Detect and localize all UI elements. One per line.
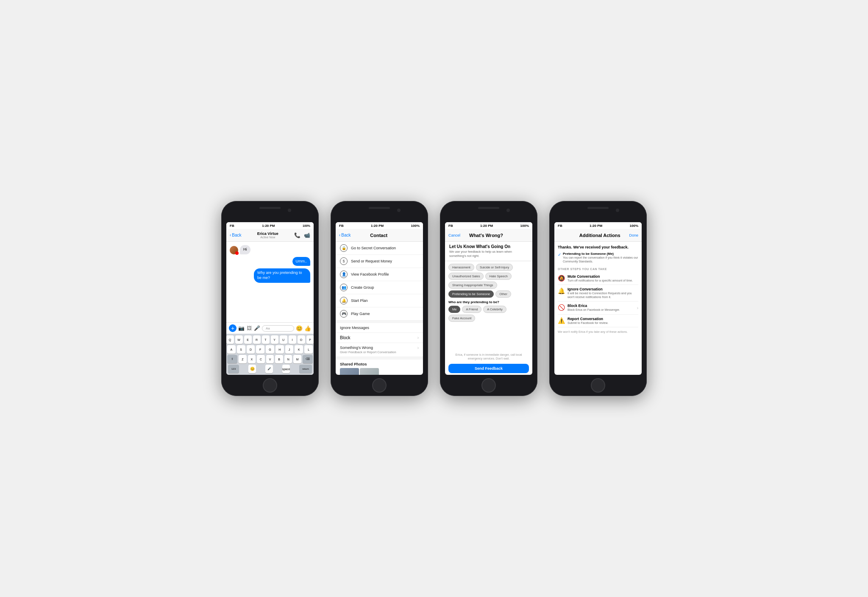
menu-label-group: Create Group [351,285,419,290]
phone-top-4 [549,201,647,222]
key-q[interactable]: Q [226,335,234,344]
key-123[interactable]: 123 [228,365,239,373]
key-z[interactable]: Z [239,355,247,363]
tag-pretending[interactable]: Pretending to be Someone [448,290,494,298]
action-block[interactable]: 🚫 Block Erica Block Erica on Facebook or… [558,301,638,314]
home-button-3[interactable] [481,378,496,393]
keyboard-1: Q W E R T Y U I O P A S D F G H [226,334,314,375]
key-delete[interactable]: ⌫ [303,355,313,363]
key-return[interactable]: return [299,365,312,373]
done-button-4[interactable]: Done [629,233,638,237]
like-icon-1[interactable]: 👍 [304,325,311,332]
emoji-icon-1[interactable]: 😊 [296,325,303,332]
key-l[interactable]: L [304,345,313,354]
key-w[interactable]: W [235,335,243,344]
msg-row-received-1: Hi [230,245,310,254]
tag-harrassment[interactable]: Harrassment [448,264,474,271]
feedback-item: ✓ Pretending to be Someone (Me) You can … [558,252,638,263]
menu-label-profile: View Facebook Profile [351,272,419,276]
block-icon: 🚫 [558,304,565,311]
action-report-content: Report Conversation Submit to Facebook f… [568,317,608,325]
tag-sharing[interactable]: Sharing Inappropriate Things [448,282,497,289]
action-mute[interactable]: 🔕 Mute Conversation Turn off notificatio… [558,272,638,285]
key-m[interactable]: M [293,355,301,363]
key-f[interactable]: F [256,345,264,354]
pretend-celebrity[interactable]: A Celebrity [483,306,506,313]
other-steps-label: OTHER STEPS YOU CAN TAKE [558,268,638,271]
pretend-friend[interactable]: A Friend [462,306,481,313]
key-e[interactable]: E [244,335,252,344]
phone-4: FB 1:20 PM 100% Additional Actions Done … [549,201,647,396]
menu-item-block[interactable]: Block › [336,333,423,343]
photo-thumb-2[interactable] [360,368,379,375]
key-y[interactable]: Y [271,335,278,344]
tag-suicide[interactable]: Suicide or Self-Injury [476,264,513,271]
menu-item-money[interactable]: $ Send or Request Money [336,255,423,268]
menu-item-profile[interactable]: 👤 View Facebook Profile [336,268,423,281]
pretend-tags: Me A Friend A Celebrity [445,306,532,313]
plus-button-1[interactable]: + [229,324,236,332]
key-n[interactable]: N [284,355,292,363]
kb-row-4: 123 😊 🎤 space return [227,365,313,373]
key-d[interactable]: D [247,345,255,354]
footer-notice-4: We won't notify Erica if you take any of… [558,330,638,334]
key-h[interactable]: H [275,345,284,354]
key-p[interactable]: P [306,335,314,344]
tag-fake-account[interactable]: Fake Account [448,315,475,322]
key-i[interactable]: I [289,335,296,344]
key-o[interactable]: O [298,335,305,344]
key-shift[interactable]: ⇧ [227,355,237,363]
pretend-me[interactable]: Me [448,306,460,313]
key-v[interactable]: V [266,355,274,363]
message-input-1[interactable]: Aa [262,325,294,332]
camera-icon-1[interactable]: 📷 [238,325,245,331]
key-x[interactable]: X [248,355,256,363]
home-button-1[interactable] [263,378,277,393]
carrier-4: FB [558,224,562,228]
menu-item-secret[interactable]: 🔒 Go to Secret Conversation [336,242,423,255]
menu-item-plan[interactable]: 🔔 Start Plan [336,294,423,307]
phone-top-1 [221,201,319,222]
key-emoji[interactable]: 😊 [248,365,256,373]
action-report[interactable]: ⚠️ Report Conversation Submit to Faceboo… [558,315,638,327]
key-a[interactable]: A [227,345,236,354]
menu-item-ignore[interactable]: Ignore Messages [336,323,423,333]
cancel-button-3[interactable]: Cancel [448,233,460,237]
key-j[interactable]: J [285,345,294,354]
back-button-1[interactable]: ‹ Back [230,233,242,237]
key-c[interactable]: C [257,355,265,363]
video-icon-1[interactable]: 📹 [304,232,310,238]
nav-bar-2: ‹ Back Contact [336,229,423,242]
phone-icon-1[interactable]: 📞 [294,232,300,238]
key-t[interactable]: T [262,335,270,344]
key-s[interactable]: S [237,345,245,354]
menu-item-game[interactable]: 🎮 Play Game [336,307,423,321]
image-icon-1[interactable]: 🖼 [247,325,252,331]
menu-item-group[interactable]: 👥 Create Group [336,281,423,294]
key-space[interactable]: space [282,365,290,373]
tag-sales[interactable]: Unauthorized Sales [448,273,484,280]
tag-hate[interactable]: Hate Speech [485,273,511,280]
action-ignore[interactable]: 🔔 Ignore Conversation It will be moved t… [558,285,638,301]
key-mic[interactable]: 🎤 [265,365,273,373]
carrier-1: FB [230,224,234,228]
photo-thumb-1[interactable] [340,368,359,375]
key-b[interactable]: B [275,355,283,363]
back-button-2[interactable]: ‹ Back [339,233,351,237]
menu-list-2: 🔒 Go to Secret Conversation $ Send or Re… [336,242,423,375]
tag-other[interactable]: Other [495,290,511,298]
key-g[interactable]: G [266,345,274,354]
block-title: Block Erica [568,304,634,308]
send-feedback-button[interactable]: Send Feedback [448,364,529,373]
home-button-2[interactable] [372,378,387,393]
home-button-4[interactable] [591,378,605,393]
key-k[interactable]: K [295,345,303,354]
profile-icon: 👤 [340,271,348,278]
menu-item-wrong[interactable]: Something's Wrong Giver Feedback or Repo… [336,343,423,357]
report-title-4: Report Conversation [568,317,608,321]
phone-top-3 [440,201,537,222]
speaker-4 [587,207,609,209]
key-r[interactable]: R [253,335,261,344]
key-u[interactable]: U [280,335,287,344]
mic-icon-1[interactable]: 🎤 [254,325,260,331]
